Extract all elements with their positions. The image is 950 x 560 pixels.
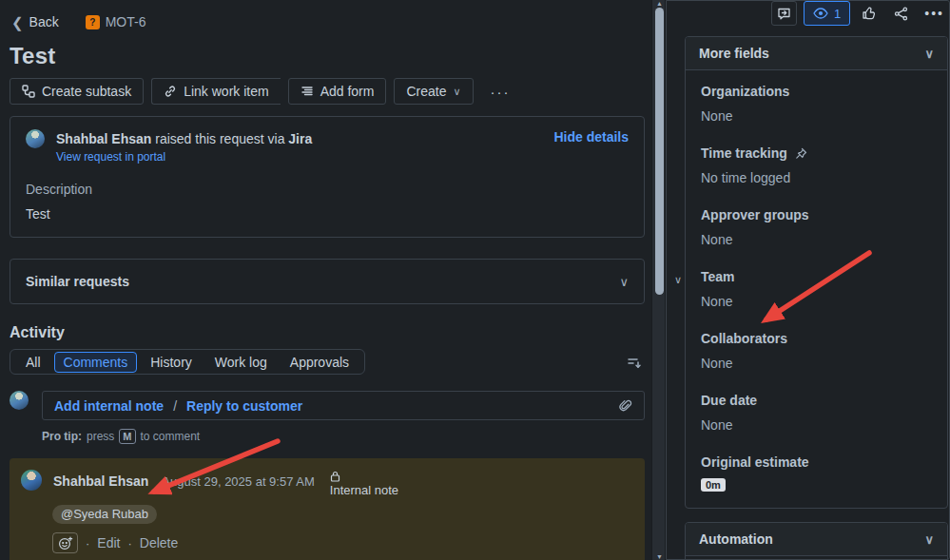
back-label: Back xyxy=(29,14,59,29)
feedback-button[interactable] xyxy=(771,1,797,26)
create-subtask-label: Create subtask xyxy=(42,84,131,99)
create-label: Create xyxy=(406,84,446,99)
tab-comments[interactable]: Comments xyxy=(54,352,138,373)
description-label: Description xyxy=(26,182,629,197)
form-icon xyxy=(301,85,314,98)
automation-title: Automation xyxy=(699,531,773,547)
request-details-card: Shahbal Ehsan raised this request via Ji… xyxy=(10,116,645,238)
add-form-button[interactable]: Add form xyxy=(288,78,387,105)
more-horizontal-icon: ••• xyxy=(924,6,944,21)
reporter-name: Shahbal Ehsan xyxy=(56,131,151,146)
similar-requests-title: Similar requests xyxy=(26,274,129,289)
edit-comment-button[interactable]: Edit xyxy=(97,535,120,550)
description-value[interactable]: Test xyxy=(26,206,629,222)
watchers-button[interactable]: 1 xyxy=(804,1,850,26)
request-channel: Jira xyxy=(288,131,312,146)
more-actions-button[interactable]: ••• xyxy=(920,1,949,26)
thumbs-up-icon xyxy=(862,6,877,21)
chevron-down-icon[interactable]: ∨ xyxy=(924,47,934,61)
field-collaborators[interactable]: Collaborators None xyxy=(701,331,932,371)
activity-tab-group: All Comments History Work log Approvals xyxy=(10,349,365,375)
issue-main-panel: ❮ Back ? MOT-6 Test Create subtask xyxy=(0,0,652,560)
automation-header[interactable]: Automation ∨ xyxy=(686,523,947,556)
hide-details-link[interactable]: Hide details xyxy=(553,129,629,145)
main-scrollbar[interactable]: ▲ ▼ xyxy=(651,0,666,560)
create-subtask-button[interactable]: Create subtask xyxy=(10,78,144,105)
view-request-in-portal-link[interactable]: View request in portal xyxy=(56,150,165,164)
tab-work-log[interactable]: Work log xyxy=(205,352,277,373)
request-type-icon: ? xyxy=(86,15,100,29)
like-button[interactable] xyxy=(857,1,882,26)
scrollbar-thumb[interactable] xyxy=(655,8,664,295)
field-due-date[interactable]: Due date None xyxy=(701,393,932,433)
field-original-estimate[interactable]: Original estimate 0m xyxy=(701,454,932,492)
attachment-paperclip-icon[interactable] xyxy=(618,398,632,413)
internal-note-comment: Shahbal Ehsan August 29, 2025 at 9:57 AM… xyxy=(10,458,645,560)
keyboard-key-m: M xyxy=(119,429,135,444)
raised-request-text: Shahbal Ehsan raised this request via Ji… xyxy=(56,129,312,148)
issue-header-actions: 1 ••• xyxy=(771,1,949,26)
automation-card: Automation ∨ xyxy=(685,522,948,560)
watch-count: 1 xyxy=(834,7,841,21)
field-approver-groups[interactable]: Approver groups None xyxy=(701,207,932,247)
comment-timestamp[interactable]: August 29, 2025 at 9:57 AM xyxy=(162,474,314,489)
link-work-item-button[interactable]: Link work item xyxy=(151,78,280,105)
subtask-icon xyxy=(22,85,35,98)
chevron-down-icon[interactable]: ∨ xyxy=(619,275,629,289)
field-organizations[interactable]: Organizations None xyxy=(701,84,932,124)
estimate-badge[interactable]: 0m xyxy=(701,478,726,492)
tab-all[interactable]: All xyxy=(16,352,50,373)
share-button[interactable] xyxy=(888,1,913,26)
back-button[interactable]: ❮ Back xyxy=(10,14,61,29)
activity-heading: Activity xyxy=(10,324,645,341)
comment-composer: Add internal note / Reply to customer xyxy=(10,391,645,420)
chevron-left-icon: ❮ xyxy=(11,15,24,29)
issue-side-panel: 1 ••• More fields ∨ xyxy=(666,0,950,560)
sort-comments-icon[interactable] xyxy=(626,354,643,371)
add-reaction-button[interactable] xyxy=(52,532,78,553)
tab-approvals[interactable]: Approvals xyxy=(281,352,359,373)
link-work-item-split-button: Link work item ∨ xyxy=(151,78,280,105)
comment-visibility: Internal note xyxy=(330,470,398,496)
chevron-down-icon: ∨ xyxy=(453,86,460,98)
issue-key-label: MOT-6 xyxy=(106,14,146,29)
pro-tip: Pro tip: press M to comment xyxy=(42,429,645,444)
scroll-down-arrow-icon[interactable]: ▼ xyxy=(652,553,667,560)
delete-comment-button[interactable]: Delete xyxy=(140,535,178,550)
breadcrumb: ❮ Back ? MOT-6 xyxy=(10,13,645,30)
add-form-label: Add form xyxy=(320,84,375,99)
mention-pill[interactable]: @Syeda Rubab xyxy=(52,505,157,524)
create-button[interactable]: Create ∨ xyxy=(394,78,473,105)
current-user-avatar[interactable] xyxy=(10,391,29,410)
more-fields-header[interactable]: More fields ∨ xyxy=(686,37,947,70)
pin-icon[interactable] xyxy=(795,147,807,160)
comment-input[interactable]: Add internal note / Reply to customer xyxy=(42,391,645,420)
toolbar-more-button[interactable]: ··· xyxy=(481,84,520,100)
reply-to-customer-link[interactable]: Reply to customer xyxy=(186,398,302,414)
share-icon xyxy=(894,7,908,21)
lock-icon xyxy=(330,471,398,482)
comment-author-name[interactable]: Shahbal Ehsan xyxy=(53,473,148,489)
more-fields-card: More fields ∨ Organizations None Time tr… xyxy=(685,36,948,509)
toolbar: Create subtask Link work item ∨ xyxy=(10,78,645,105)
chevron-down-icon[interactable]: ∨ xyxy=(924,532,934,547)
similar-requests-card[interactable]: Similar requests ∨ xyxy=(10,259,645,304)
comment-author-avatar[interactable] xyxy=(21,470,42,491)
scroll-up-arrow-icon[interactable]: ▲ xyxy=(652,0,667,7)
link-work-item-label: Link work item xyxy=(184,84,268,99)
breadcrumb-issue-key[interactable]: ? MOT-6 xyxy=(86,14,146,29)
watch-eye-icon xyxy=(813,8,828,19)
tab-history[interactable]: History xyxy=(141,352,202,373)
more-fields-title: More fields xyxy=(699,46,769,61)
field-time-tracking[interactable]: Time tracking No time logged xyxy=(701,145,932,185)
field-team[interactable]: Team None xyxy=(701,269,932,309)
internal-note-label: Internal note xyxy=(330,484,398,496)
link-icon xyxy=(164,85,177,98)
page-title[interactable]: Test xyxy=(10,43,645,69)
feedback-icon xyxy=(777,7,791,21)
reporter-avatar[interactable] xyxy=(26,129,45,148)
add-internal-note-link[interactable]: Add internal note xyxy=(54,398,164,414)
